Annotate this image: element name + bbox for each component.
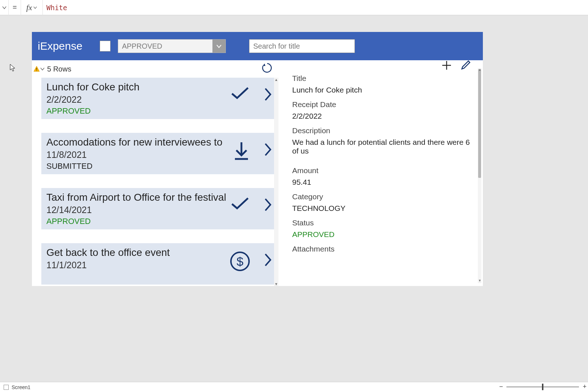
detail-status-label: Status xyxy=(292,219,473,227)
filter-dropdown[interactable]: APPROVED xyxy=(118,39,226,53)
app-header: iExpense APPROVED xyxy=(32,32,483,60)
formula-bar: = fx White xyxy=(0,0,588,15)
detail-status-value: APPROVED xyxy=(292,230,473,239)
screen-indicator-icon xyxy=(4,385,9,390)
detail-date-value: 2/2/2022 xyxy=(292,112,473,121)
chevron-down-icon xyxy=(212,40,225,53)
warning-icon xyxy=(33,66,40,72)
scrollbar[interactable]: ▼ ▲ xyxy=(478,68,481,283)
rows-bar: 5 Rows xyxy=(32,60,278,78)
scroll-up-icon[interactable]: ▲ xyxy=(478,68,481,72)
filter-dropdown-label: APPROVED xyxy=(122,42,162,50)
fx-button[interactable]: fx xyxy=(21,0,43,15)
rows-count-label: 5 Rows xyxy=(47,65,71,73)
detail-amount-value: 95.41 xyxy=(292,178,473,187)
list-item[interactable]: Get back to the office event11/1/2021$ xyxy=(41,243,274,285)
scroll-down-icon[interactable]: ▼ xyxy=(478,279,481,282)
list-item[interactable]: Lunch for Coke pitch2/2/2022APPROVED xyxy=(41,78,274,119)
zoom-slider[interactable] xyxy=(506,387,579,387)
zoom-out-button[interactable]: − xyxy=(499,383,503,391)
detail-category-value: TECHNOLOGY xyxy=(292,204,473,213)
detail-title-label: Title xyxy=(292,74,473,83)
scrollbar-thumb[interactable] xyxy=(478,69,481,178)
screen-name: Screen1 xyxy=(12,384,30,390)
detail-date-label: Receipt Date xyxy=(292,100,473,109)
detail-title-value: Lunch for Coke pitch xyxy=(292,86,473,94)
zoom-in-button[interactable]: + xyxy=(583,383,587,391)
filter-checkbox[interactable] xyxy=(100,41,111,52)
pencil-icon[interactable] xyxy=(460,60,471,71)
item-status: APPROVED xyxy=(46,217,269,226)
expense-list: Lunch for Coke pitch2/2/2022APPROVEDAcco… xyxy=(32,78,278,286)
list-panel: 5 Rows Lunch for Coke pitch2/2/2022APPRO… xyxy=(32,60,278,286)
chevron-right-icon[interactable] xyxy=(264,87,272,102)
check-icon xyxy=(230,86,250,100)
refresh-icon[interactable] xyxy=(261,62,273,74)
item-status: SUBMITTED xyxy=(46,162,269,171)
check-icon xyxy=(230,196,250,211)
detail-desc-label: Description xyxy=(292,126,473,135)
status-bar: Screen1 − + xyxy=(0,382,588,392)
detail-desc-value: We had a lunch for potential clients and… xyxy=(292,138,473,155)
plus-icon[interactable] xyxy=(441,60,452,71)
detail-attachments-label: Attachments xyxy=(292,245,473,253)
chevron-right-icon[interactable] xyxy=(264,253,272,267)
download-icon xyxy=(233,141,250,161)
svg-text:$: $ xyxy=(237,254,244,268)
scroll-down-icon[interactable]: ▼ xyxy=(274,282,278,286)
item-status: APPROVED xyxy=(46,106,269,116)
search-input[interactable] xyxy=(249,39,355,53)
chevron-right-icon[interactable] xyxy=(264,142,272,157)
list-item[interactable]: Accomodations for new interviewees to11/… xyxy=(41,133,274,174)
chevron-right-icon[interactable] xyxy=(264,197,272,212)
dollar-icon: $ xyxy=(230,251,250,271)
property-dropdown[interactable] xyxy=(0,0,9,15)
zoom-control[interactable]: − + xyxy=(499,383,587,391)
chevron-down-icon[interactable] xyxy=(40,66,45,72)
formula-value[interactable]: White xyxy=(43,4,67,12)
detail-panel: Title Lunch for Coke pitch Receipt Date … xyxy=(278,60,483,286)
svg-rect-0 xyxy=(36,68,37,70)
cursor-icon xyxy=(10,64,16,72)
svg-rect-1 xyxy=(36,70,37,71)
list-item[interactable]: Taxi from Airport to Office for the fest… xyxy=(41,188,274,229)
detail-category-label: Category xyxy=(292,192,473,201)
app-canvas: iExpense APPROVED 5 Rows xyxy=(32,32,483,286)
scroll-up-icon[interactable]: ▲ xyxy=(274,78,278,82)
equals-button[interactable]: = xyxy=(9,0,21,15)
zoom-slider-thumb[interactable] xyxy=(542,384,543,390)
scrollbar[interactable]: ▲ ▼ xyxy=(274,78,278,286)
detail-amount-label: Amount xyxy=(292,166,473,175)
app-title: iExpense xyxy=(38,40,82,52)
